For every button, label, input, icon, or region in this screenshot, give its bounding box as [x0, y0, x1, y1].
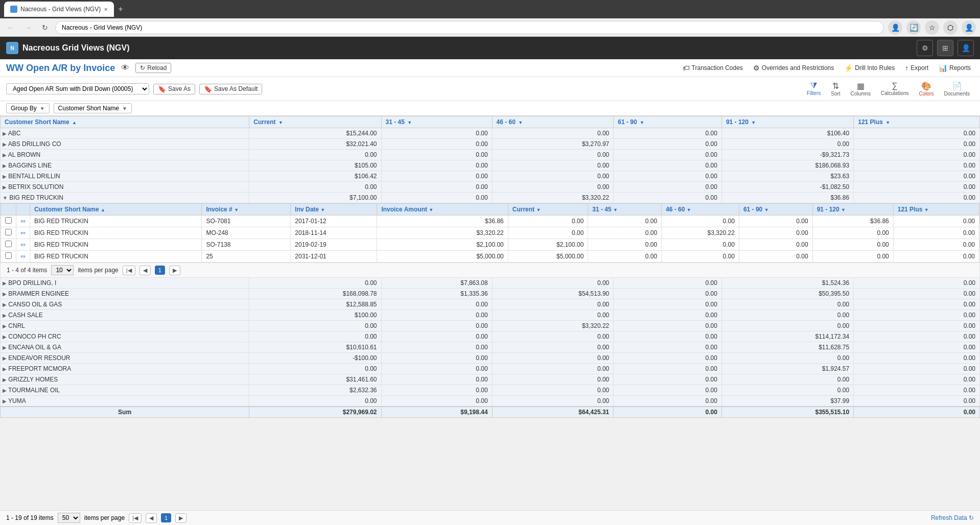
sub-arrows-cell[interactable]: ⇔ [16, 251, 30, 262]
expand-cell[interactable]: ▶ ABS DRILLING CO [1, 139, 249, 150]
expand-btn[interactable]: ▶ [3, 355, 7, 361]
expand-btn[interactable]: ▶ [3, 131, 7, 136]
sub-invdate-header[interactable]: Inv Date ▼ [291, 204, 377, 216]
refresh-icon[interactable]: 🔄 [906, 20, 921, 35]
expand-btn[interactable]: ▶ [3, 163, 7, 169]
col-121plus-header[interactable]: 121 Plus ▼ [854, 116, 980, 128]
sub-next-page-btn[interactable]: ▶ [169, 266, 180, 275]
settings-icon-btn[interactable]: ⚙ [917, 40, 933, 56]
sub-31-45-header[interactable]: 31 - 45 ▼ [588, 204, 662, 216]
forward-btn[interactable]: → [21, 21, 35, 34]
save-as-default-btn[interactable]: 🔖 Save As Default [199, 84, 262, 94]
columns-btn[interactable]: ▦ Columns [847, 80, 875, 98]
group-by-dropdown[interactable]: Group By ▼ [6, 103, 50, 113]
new-tab-btn[interactable]: + [116, 3, 125, 16]
sub-91-120-header[interactable]: 91 - 120 ▼ [812, 204, 893, 216]
expand-btn[interactable]: ▶ [3, 345, 7, 350]
documents-btn[interactable]: 📄 Documents [940, 80, 974, 98]
export-btn[interactable]: ↑ Export [902, 63, 931, 73]
view-select[interactable]: Aged Open AR Sum with Drill Down (00005) [6, 83, 149, 94]
sort-btn[interactable]: ⇅ Sort [827, 80, 844, 98]
expand-cell[interactable]: ▶ CANSO OIL & GAS [1, 299, 249, 310]
visibility-btn[interactable]: 👁 [119, 62, 131, 74]
sub-checkbox[interactable] [5, 241, 12, 247]
sub-arrows-icon[interactable]: ⇔ [20, 253, 26, 260]
colors-btn[interactable]: 🎨 Colors [915, 80, 938, 98]
expand-cell[interactable]: ▼ BIG RED TRUCKIN [1, 193, 249, 203]
group-by-value-dropdown[interactable]: Customer Short Name ▼ [54, 103, 132, 113]
expand-cell[interactable]: ▶ YUMA [1, 396, 249, 407]
sub-arrows-icon[interactable]: ⇔ [20, 218, 26, 225]
sub-arrows-cell[interactable]: ⇔ [16, 227, 30, 239]
overrides-restrictions-btn[interactable]: ⚙ Overrides and Restrictions [750, 63, 837, 73]
expand-btn[interactable]: ▶ [3, 388, 7, 393]
expand-btn[interactable]: ▶ [3, 184, 7, 190]
sub-prev-page-btn[interactable]: ◀ [139, 266, 151, 275]
tab-close-btn[interactable]: ✕ [104, 7, 108, 12]
col-61-90-header[interactable]: 61 - 90 ▼ [614, 116, 722, 128]
address-bar[interactable] [55, 21, 884, 34]
sub-checkbox[interactable] [5, 252, 12, 259]
refresh-nav-btn[interactable]: ↻ [39, 21, 51, 34]
bottom-page-1-btn[interactable]: 1 [161, 513, 171, 522]
back-btn[interactable]: ← [4, 21, 17, 34]
expand-btn[interactable]: ▶ [3, 377, 7, 383]
expand-cell[interactable]: ▶ BETRIX SOLUTION [1, 182, 249, 193]
expand-btn[interactable]: ▶ [3, 141, 7, 147]
reports-btn[interactable]: 📊 Reports [936, 63, 974, 73]
sub-check-cell[interactable] [1, 239, 16, 251]
transaction-codes-btn[interactable]: 🏷 Transaction Codes [680, 63, 746, 73]
expand-cell[interactable]: ▶ TOURMALINE OIL [1, 385, 249, 396]
expand-btn[interactable]: ▶ [3, 152, 7, 158]
sub-check-cell[interactable] [1, 216, 16, 227]
expand-cell[interactable]: ▶ AL BROWN [1, 150, 249, 160]
sub-page-1-btn[interactable]: 1 [155, 266, 165, 275]
user-icon[interactable]: 👤 [962, 20, 976, 35]
sub-checkbox[interactable] [5, 217, 12, 224]
expand-cell[interactable]: ▶ ENCANA OIL & GA [1, 342, 249, 353]
expand-cell[interactable]: ▶ CASH SALE [1, 310, 249, 321]
col-46-60-header[interactable]: 46 - 60 ▼ [492, 116, 614, 128]
expand-cell[interactable]: ▶ FREEPORT MCMORA [1, 364, 249, 374]
grid-icon-btn[interactable]: ⊞ [937, 40, 953, 56]
expand-btn[interactable]: ▶ [3, 398, 7, 404]
col-91-120-header[interactable]: 91 - 120 ▼ [721, 116, 853, 128]
sub-name-header[interactable]: Customer Short Name ▲ [30, 204, 202, 216]
expand-btn[interactable]: ▶ [3, 302, 7, 307]
reload-btn[interactable]: ↻ Reload [135, 63, 171, 73]
bottom-page-size-select[interactable]: 50 [58, 513, 80, 523]
sub-page-size-select[interactable]: 10 [51, 265, 74, 275]
sub-arrows-icon[interactable]: ⇔ [20, 241, 26, 248]
expand-cell[interactable]: ▶ BRAMMER ENGINEE [1, 289, 249, 299]
star-icon[interactable]: ☆ [925, 20, 939, 35]
sub-invamount-header[interactable]: Invoice Amount ▼ [377, 204, 508, 216]
expand-btn[interactable]: ▶ [3, 323, 7, 329]
sub-current-header[interactable]: Current ▼ [508, 204, 588, 216]
bottom-first-page-btn[interactable]: |◀ [129, 513, 142, 523]
sub-arrows-icon[interactable]: ⇔ [20, 229, 26, 236]
expand-cell[interactable]: ▶ ABC [1, 128, 249, 139]
filters-btn[interactable]: ⧩ Filters [803, 80, 825, 98]
expand-btn[interactable]: ▶ [3, 313, 7, 318]
expand-cell[interactable]: ▶ CONOCO PH CRC [1, 331, 249, 342]
profile-icon[interactable]: 👤 [888, 20, 902, 35]
expand-btn[interactable]: ▶ [3, 334, 7, 340]
expand-cell[interactable]: ▶ BAGGINS LINE [1, 160, 249, 171]
col-31-45-header[interactable]: 31 - 45 ▼ [381, 116, 492, 128]
bottom-prev-page-btn[interactable]: ◀ [146, 513, 157, 523]
sub-check-cell[interactable] [1, 227, 16, 239]
sub-check-cell[interactable] [1, 251, 16, 262]
active-tab[interactable]: Nacreous - Grid Views (NGV) ✕ [4, 2, 114, 17]
expand-cell[interactable]: ▶ BPO DRILLING, I [1, 278, 249, 289]
extensions-icon[interactable]: ⬡ [943, 20, 958, 35]
bottom-refresh-data-btn[interactable]: Refresh Data ↻ [931, 514, 974, 521]
expand-cell[interactable]: ▶ GRIZZLY HOMES [1, 374, 249, 385]
save-as-btn[interactable]: 🔖 Save As [153, 84, 195, 94]
bottom-next-page-btn[interactable]: ▶ [175, 513, 186, 523]
sub-46-60-header[interactable]: 46 - 60 ▼ [662, 204, 739, 216]
expand-btn[interactable]: ▶ [3, 280, 7, 286]
col-name-header[interactable]: Customer Short Name ▲ [1, 116, 249, 128]
sub-61-90-header[interactable]: 61 - 90 ▼ [739, 204, 812, 216]
sub-invoice-header[interactable]: Invoice # ▼ [202, 204, 291, 216]
col-current-header[interactable]: Current ▼ [249, 116, 381, 128]
